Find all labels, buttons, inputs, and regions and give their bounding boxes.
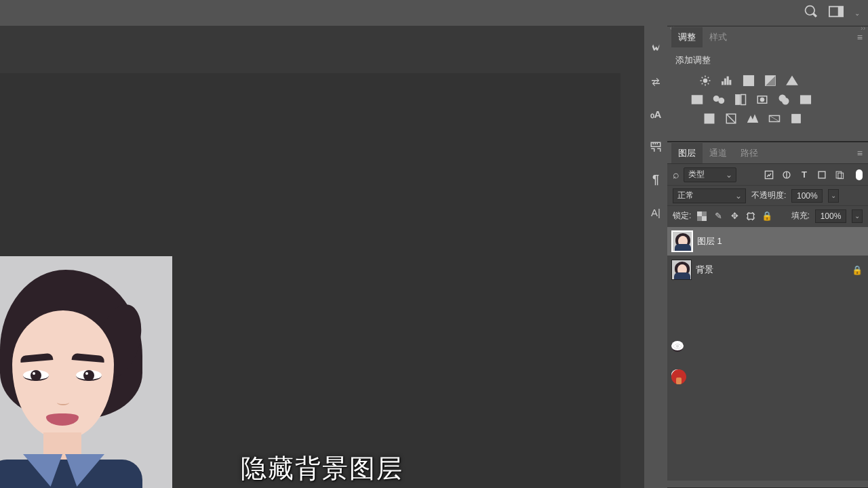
opacity-label: 不透明度: — [751, 190, 786, 201]
layer-visibility-toggle-highlighted[interactable] — [671, 369, 684, 380]
svg-rect-4 — [722, 82, 724, 85]
threshold-icon[interactable] — [746, 113, 760, 125]
layer-lock-icon: 🔒 — [852, 265, 863, 275]
fill-label: 填充: — [791, 210, 810, 222]
layer-panel-empty — [667, 284, 868, 481]
svg-rect-1 — [838, 7, 843, 17]
secondary-toolbar: ₀A ¶ A| — [644, 26, 667, 488]
lock-label: 锁定: — [673, 210, 691, 222]
fill-caret-icon[interactable]: ⌄ — [852, 209, 863, 223]
svg-point-11 — [719, 98, 724, 104]
lock-image-icon[interactable]: ✎ — [713, 211, 724, 222]
layer-thumbnail[interactable] — [671, 260, 692, 280]
svg-rect-26 — [836, 171, 842, 178]
photo-filter-icon[interactable] — [777, 94, 791, 106]
tab-channels[interactable]: 通道 — [703, 143, 734, 163]
tab-layers[interactable]: 图层 — [671, 143, 703, 163]
gradient-map-icon[interactable] — [768, 113, 781, 125]
triangle-icon[interactable] — [785, 75, 799, 87]
lock-artboard-icon[interactable] — [745, 211, 756, 222]
svg-rect-32 — [748, 213, 754, 219]
filter-shape-icon[interactable] — [816, 169, 827, 180]
ruler-tool-icon[interactable] — [648, 140, 663, 155]
canvas-area[interactable]: 隐藏背景图层 — [0, 26, 644, 488]
swap-tool-icon[interactable] — [648, 75, 663, 89]
opacity-value[interactable]: 100% — [791, 189, 823, 203]
layers-panel-menu-icon[interactable]: ≡ — [857, 148, 863, 159]
filter-pixel-icon[interactable] — [764, 169, 774, 180]
levels-icon[interactable] — [720, 75, 734, 87]
panel-menu-icon[interactable]: ≡ — [857, 32, 863, 43]
exposure-icon[interactable] — [764, 75, 777, 87]
layer-name[interactable]: 背景 — [696, 264, 848, 276]
svg-rect-22 — [792, 115, 801, 123]
svg-rect-31 — [697, 216, 702, 221]
lock-position-icon[interactable]: ✥ — [729, 211, 740, 222]
svg-rect-28 — [697, 211, 702, 216]
align-tool-icon[interactable]: A| — [648, 205, 663, 220]
svg-rect-18 — [801, 96, 811, 104]
svg-point-3 — [703, 79, 707, 83]
filter-type-icon[interactable]: T — [799, 169, 810, 180]
layer-visibility-toggle[interactable]: 👁 — [671, 341, 684, 352]
svg-rect-12 — [736, 95, 741, 105]
tab-paths[interactable]: 路径 — [734, 143, 765, 163]
svg-rect-25 — [818, 171, 825, 178]
svg-point-15 — [760, 98, 764, 102]
svg-rect-27 — [838, 173, 844, 178]
color-balance-icon[interactable] — [734, 94, 747, 106]
brightness-icon[interactable] — [698, 75, 712, 87]
layer-row-1[interactable]: 👁 图层 1 — [667, 227, 868, 256]
filter-smart-icon[interactable] — [834, 169, 845, 180]
svg-point-10 — [714, 96, 719, 102]
invert-icon[interactable] — [703, 113, 716, 125]
add-adjustment-label: 添加调整 — [675, 54, 860, 66]
svg-rect-7 — [730, 80, 731, 85]
lock-transparency-icon[interactable] — [696, 211, 707, 222]
layer-row-background[interactable]: 背景 🔒 — [667, 256, 868, 284]
workspace-icon[interactable] — [829, 5, 844, 20]
svg-rect-29 — [702, 216, 707, 221]
tab-styles[interactable]: 样式 — [703, 27, 734, 47]
bw-icon[interactable] — [755, 94, 769, 106]
workspace-caret-icon[interactable]: ⌄ — [854, 9, 860, 17]
filter-toggle[interactable] — [856, 169, 863, 180]
posterize-icon[interactable] — [724, 113, 738, 125]
svg-rect-30 — [702, 211, 707, 216]
brush-tool-icon[interactable] — [648, 42, 663, 57]
svg-rect-6 — [727, 77, 728, 85]
filter-search-icon[interactable]: ⌕ — [673, 169, 679, 181]
subtitle-caption: 隐藏背景图层 — [241, 451, 403, 486]
fill-value[interactable]: 100% — [815, 209, 846, 223]
svg-point-17 — [783, 98, 789, 104]
tab-adjustments[interactable]: 调整 — [671, 27, 703, 47]
opacity-caret-icon[interactable]: ⌄ — [828, 189, 839, 203]
blend-mode-select[interactable]: 正常 — [673, 188, 746, 203]
vibrance-icon[interactable] — [690, 94, 704, 106]
layer-filter-type-select[interactable]: 类型 — [684, 167, 736, 182]
search-icon[interactable] — [804, 5, 818, 21]
character-tool-icon[interactable]: ₀A — [648, 107, 663, 122]
selective-color-icon[interactable] — [789, 113, 803, 125]
channel-mixer-icon[interactable] — [799, 94, 812, 106]
hue-icon[interactable] — [712, 94, 726, 106]
layer-thumbnail[interactable] — [671, 230, 693, 252]
svg-rect-13 — [741, 95, 746, 105]
filter-adjustment-icon[interactable] — [781, 169, 792, 180]
layer-name[interactable]: 图层 1 — [697, 235, 863, 247]
paragraph-tool-icon[interactable]: ¶ — [648, 172, 663, 187]
document-image[interactable] — [0, 256, 172, 488]
curves-icon[interactable] — [742, 75, 755, 87]
svg-rect-5 — [724, 79, 726, 85]
lock-all-icon[interactable]: 🔒 — [762, 211, 772, 222]
